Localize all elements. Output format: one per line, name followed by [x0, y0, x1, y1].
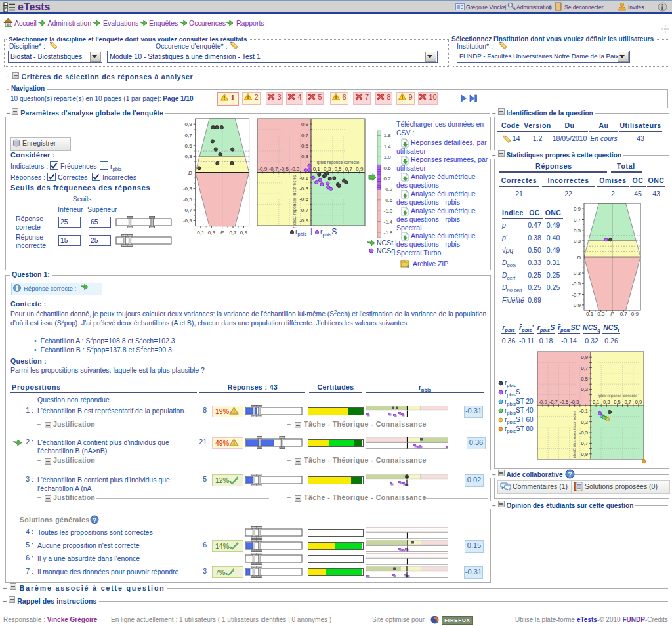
- svg-text:0,1: 0,1: [593, 399, 599, 405]
- svg-text:0,3: 0,3: [581, 386, 588, 392]
- svg-text:0,9: 0,9: [635, 399, 642, 405]
- svg-text:0,7: 0,7: [581, 365, 588, 371]
- svg-text:-0,9: -0,9: [539, 399, 547, 405]
- svg-text:D: D: [188, 170, 192, 176]
- svg-text:-0,9: -0,9: [572, 303, 581, 308]
- svg-text:-1.4: -1.4: [384, 219, 393, 225]
- svg-text:D: D: [577, 255, 581, 261]
- svg-text:0,9: 0,9: [631, 311, 639, 317]
- svg-text:-0,7: -0,7: [183, 207, 192, 213]
- svg-text:rpbis réponse correcte: rpbis réponse correcte: [317, 160, 360, 165]
- svg-text:-0,1: -0,1: [579, 408, 588, 414]
- svg-text:-0,3: -0,3: [570, 399, 579, 405]
- svg-text:-0,5: -0,5: [183, 197, 192, 203]
- svg-text:0,3: 0,3: [185, 154, 193, 159]
- svg-text:0,7: 0,7: [301, 133, 309, 138]
- svg-text:-0,1: -0,1: [299, 175, 308, 181]
- svg-text:0,1: 0,1: [197, 230, 205, 236]
- svg-text:-0,7: -0,7: [299, 207, 308, 213]
- svg-text:-0,3: -0,3: [579, 419, 588, 425]
- svg-text:-0,5: -0,5: [560, 399, 568, 405]
- svg-text:-0,5: -0,5: [299, 196, 308, 202]
- svg-text:-0,7: -0,7: [269, 166, 278, 172]
- svg-text:-0,9: -0,9: [579, 451, 588, 457]
- svg-text:-0.6: -0.6: [384, 198, 393, 203]
- svg-text:0,9: 0,9: [356, 166, 364, 172]
- svg-text:0,1: 0,1: [586, 311, 594, 317]
- svg-text:1.0: 1.0: [384, 154, 392, 160]
- svg-text:0,5: 0,5: [301, 143, 309, 149]
- svg-text:-1.8: -1.8: [384, 230, 393, 236]
- svg-text:-0,9: -0,9: [183, 218, 192, 224]
- svg-text:-0,5: -0,5: [280, 166, 289, 172]
- svg-text:-0,3: -0,3: [291, 166, 300, 172]
- svg-text:1.8: 1.8: [384, 133, 392, 138]
- svg-text:0.2: 0.2: [384, 176, 392, 182]
- svg-text:-0,7: -0,7: [549, 399, 558, 405]
- svg-text:0,3: 0,3: [301, 154, 309, 159]
- svg-text:-0,5: -0,5: [572, 281, 581, 287]
- svg-text:-0.2: -0.2: [384, 186, 393, 192]
- svg-text:0,7: 0,7: [345, 166, 353, 172]
- svg-text:0,7: 0,7: [624, 399, 631, 405]
- svg-text:P: P: [220, 230, 224, 236]
- svg-text:0,5: 0,5: [614, 399, 620, 405]
- svg-text:-0,7: -0,7: [579, 440, 588, 446]
- svg-text:0,9: 0,9: [581, 354, 588, 360]
- svg-text:0,9: 0,9: [574, 206, 581, 212]
- svg-text:rpbisC réponses incorrectes: rpbisC réponses incorrectes: [292, 175, 297, 228]
- svg-text:-0,3: -0,3: [299, 186, 308, 192]
- svg-text:-0,9: -0,9: [299, 218, 308, 224]
- svg-text:0,3: 0,3: [597, 311, 605, 317]
- svg-text:0,5: 0,5: [574, 228, 581, 234]
- svg-text:-1.0: -1.0: [384, 208, 393, 214]
- svg-text:0,9: 0,9: [185, 121, 193, 127]
- svg-text:-0,3: -0,3: [572, 270, 581, 276]
- svg-text:?: ?: [568, 471, 572, 478]
- svg-text:0,9: 0,9: [240, 230, 248, 236]
- svg-text:-0,5: -0,5: [579, 430, 588, 436]
- svg-text:0,3: 0,3: [208, 230, 216, 236]
- svg-text:-0,9: -0,9: [258, 166, 267, 172]
- svg-text:rpbisC réponses incorrectes: rpbisC réponses incorrectes: [572, 411, 576, 460]
- svg-text:0,5: 0,5: [185, 143, 193, 149]
- svg-text:0,3: 0,3: [603, 399, 610, 405]
- svg-text:0,7: 0,7: [574, 217, 581, 223]
- svg-text:?: ?: [93, 517, 96, 524]
- svg-text:0,7: 0,7: [185, 133, 193, 138]
- svg-text:0.6: 0.6: [384, 165, 392, 171]
- svg-text:-0,3: -0,3: [183, 186, 192, 192]
- svg-text:P: P: [610, 311, 614, 317]
- svg-text:0,5: 0,5: [334, 166, 342, 172]
- svg-text:0,5: 0,5: [581, 376, 588, 382]
- svg-text:1.4: 1.4: [384, 144, 392, 150]
- svg-text:-0,7: -0,7: [572, 292, 581, 298]
- svg-text:0,1: 0,1: [313, 166, 321, 172]
- svg-text:0,7: 0,7: [620, 311, 628, 317]
- svg-text:0,7: 0,7: [229, 230, 237, 236]
- svg-text:0,9: 0,9: [301, 121, 309, 127]
- svg-text:0,3: 0,3: [574, 238, 581, 244]
- svg-text:rpbis réponse correcte: rpbis réponse correcte: [598, 394, 637, 398]
- svg-text:0,3: 0,3: [324, 166, 331, 172]
